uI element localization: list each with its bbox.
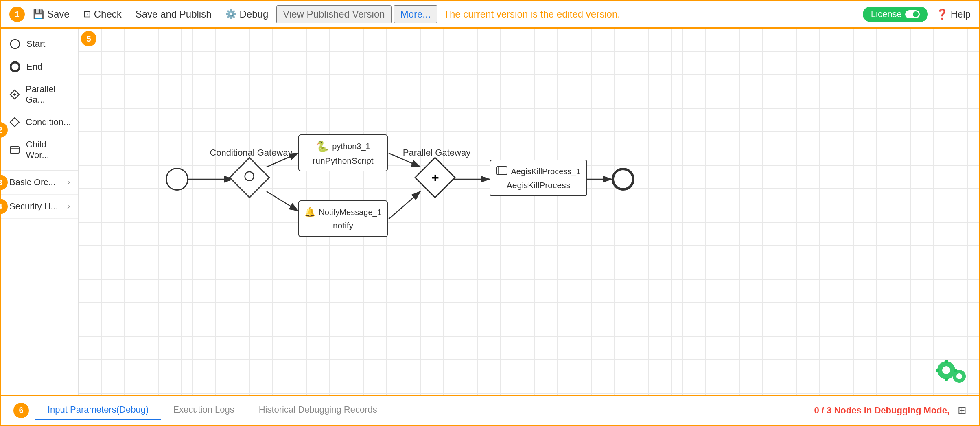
end-label: End bbox=[26, 61, 42, 72]
sidebar-item-condition-gateway[interactable]: Condition... bbox=[1, 111, 78, 134]
parallel-gateway-shape: + bbox=[414, 157, 456, 198]
debug-icon: ⚙️ bbox=[225, 9, 236, 20]
main-area: Start End + Parallel Ga... bbox=[0, 29, 980, 396]
svg-rect-24 bbox=[936, 369, 939, 372]
notify-task-label: notify bbox=[333, 221, 353, 231]
aegis-task-name: AegisKillProcess_1 bbox=[511, 167, 580, 176]
aegis-task-shape: AegisKillProcess_1 AegisKillProcess bbox=[490, 160, 587, 196]
toolbar: 1 💾 Save ⊡ Check Save and Publish ⚙️ Deb… bbox=[0, 0, 980, 29]
help-button[interactable]: ❓ Help bbox=[936, 9, 971, 20]
security-nav-chevron: › bbox=[67, 201, 70, 212]
condition-gateway-label: Condition... bbox=[26, 117, 71, 127]
save-icon: 💾 bbox=[33, 9, 44, 20]
python-task-label: runPythonScript bbox=[313, 156, 373, 166]
conditional-gateway-inner bbox=[244, 171, 255, 185]
python-task-node[interactable]: 🐍 python3_1 runPythonScript bbox=[298, 134, 388, 171]
sidebar-nav-basic[interactable]: 3 Basic Orc... › bbox=[1, 171, 78, 195]
svg-rect-16 bbox=[497, 167, 507, 175]
bottom-right-area: 0 / 3 Nodes in Debugging Mode, ⊞ bbox=[814, 404, 967, 417]
child-workflow-icon bbox=[9, 144, 20, 156]
check-icon: ⊡ bbox=[83, 9, 91, 20]
parallel-gateway-node[interactable]: Parallel Gateway + bbox=[420, 163, 453, 195]
license-toggle[interactable] bbox=[905, 10, 920, 18]
debug-mode-text: Nodes in Debugging Mode, bbox=[834, 405, 949, 415]
notify-task-header: 🔔 NotifyMessage_1 bbox=[304, 207, 382, 217]
save-publish-button[interactable]: Save and Publish bbox=[130, 6, 217, 22]
basic-nav-badge: 3 bbox=[0, 175, 8, 190]
license-badge[interactable]: License bbox=[863, 7, 928, 22]
sidebar: Start End + Parallel Ga... bbox=[1, 29, 79, 395]
notify-task-name: NotifyMessage_1 bbox=[319, 208, 382, 217]
notify-icon: 🔔 bbox=[304, 207, 315, 217]
aegis-task-header: AegisKillProcess_1 bbox=[496, 166, 580, 177]
python-task-name: python3_1 bbox=[332, 142, 370, 151]
basic-nav-label: Basic Orc... bbox=[9, 177, 56, 188]
tab-historical-debugging[interactable]: Historical Debugging Records bbox=[247, 400, 389, 420]
toolbar-right: License ❓ Help bbox=[863, 7, 971, 22]
python-icon: 🐍 bbox=[316, 140, 329, 153]
conditional-gateway-node[interactable]: Conditional Gateway bbox=[235, 163, 267, 195]
notify-task-node[interactable]: 🔔 NotifyMessage_1 notify bbox=[298, 200, 388, 237]
start-label: Start bbox=[26, 39, 45, 49]
bpmn-canvas[interactable]: 5 bbox=[79, 29, 979, 395]
svg-rect-22 bbox=[945, 360, 948, 363]
sidebar-item-child-workflow[interactable]: Child Wor... bbox=[1, 134, 78, 166]
end-event-node[interactable] bbox=[612, 168, 634, 191]
parallel-gateway-icon: + bbox=[9, 89, 20, 100]
start-event-shape bbox=[166, 168, 188, 191]
svg-marker-4 bbox=[10, 118, 19, 127]
check-button[interactable]: ⊡ Check bbox=[78, 6, 127, 22]
notify-task-shape: 🔔 NotifyMessage_1 notify bbox=[298, 200, 388, 237]
child-workflow-label: Child Wor... bbox=[26, 139, 70, 160]
condition-gateway-icon bbox=[9, 116, 20, 128]
more-button[interactable]: More... bbox=[394, 5, 438, 23]
view-published-button[interactable]: View Published Version bbox=[276, 5, 391, 23]
parallel-gateway-inner: + bbox=[431, 171, 439, 184]
toolbar-badge: 1 bbox=[9, 7, 25, 22]
sidebar-item-end[interactable]: End bbox=[1, 55, 78, 78]
svg-point-1 bbox=[11, 62, 20, 71]
parallel-gateway-label: Parallel Gateway bbox=[403, 147, 470, 158]
start-icon bbox=[9, 38, 21, 50]
python-task-header: 🐍 python3_1 bbox=[316, 140, 370, 153]
end-event-shape bbox=[612, 168, 634, 191]
svg-rect-25 bbox=[954, 369, 957, 372]
aegis-task-node[interactable]: AegisKillProcess_1 AegisKillProcess bbox=[490, 160, 587, 196]
sidebar-item-parallel-gateway[interactable]: + Parallel Ga... bbox=[1, 78, 78, 111]
sidebar-item-start[interactable]: Start bbox=[1, 33, 78, 55]
aegis-icon bbox=[496, 166, 508, 177]
debug-mode-count: 0 / 3 Nodes in Debugging Mode, bbox=[814, 405, 949, 416]
svg-point-0 bbox=[11, 40, 20, 48]
security-nav-badge: 4 bbox=[0, 199, 8, 214]
security-nav-label: Security H... bbox=[9, 201, 58, 212]
basic-nav-chevron: › bbox=[67, 177, 70, 188]
parallel-gateway-label: Parallel Ga... bbox=[26, 84, 70, 105]
python-task-shape: 🐍 python3_1 runPythonScript bbox=[298, 134, 388, 171]
svg-point-15 bbox=[245, 172, 254, 181]
end-icon bbox=[9, 61, 21, 72]
gear-overlay bbox=[934, 354, 971, 386]
tab-execution-logs[interactable]: Execution Logs bbox=[161, 400, 246, 420]
bottom-panel-badge: 6 bbox=[13, 403, 29, 418]
tab-input-parameters[interactable]: Input Parameters(Debug) bbox=[35, 400, 161, 420]
debug-button[interactable]: ⚙️ Debug bbox=[220, 6, 274, 22]
sidebar-elements-section: Start End + Parallel Ga... bbox=[1, 29, 78, 171]
svg-line-9 bbox=[267, 191, 298, 211]
conditional-gateway-shape bbox=[229, 157, 270, 198]
aegis-task-label: AegisKillProcess bbox=[507, 180, 570, 190]
svg-rect-5 bbox=[10, 147, 19, 153]
svg-rect-23 bbox=[945, 378, 948, 381]
sidebar-items-list: Start End + Parallel Ga... bbox=[1, 29, 78, 170]
svg-text:+: + bbox=[13, 91, 16, 98]
add-debug-button[interactable]: ⊞ bbox=[958, 404, 967, 417]
canvas-badge: 5 bbox=[81, 31, 96, 46]
start-event-node[interactable] bbox=[166, 168, 188, 191]
status-text: The current version is the edited versio… bbox=[440, 6, 624, 22]
conditional-gateway-label: Conditional Gateway bbox=[210, 147, 292, 158]
svg-point-19 bbox=[942, 366, 950, 374]
save-button[interactable]: 💾 Save bbox=[27, 6, 75, 22]
svg-point-21 bbox=[956, 373, 962, 379]
sidebar-nav-security[interactable]: 4 Security H... › bbox=[1, 195, 78, 219]
bottom-panel: 6 Input Parameters(Debug) Execution Logs… bbox=[0, 396, 980, 426]
svg-line-11 bbox=[389, 191, 420, 219]
